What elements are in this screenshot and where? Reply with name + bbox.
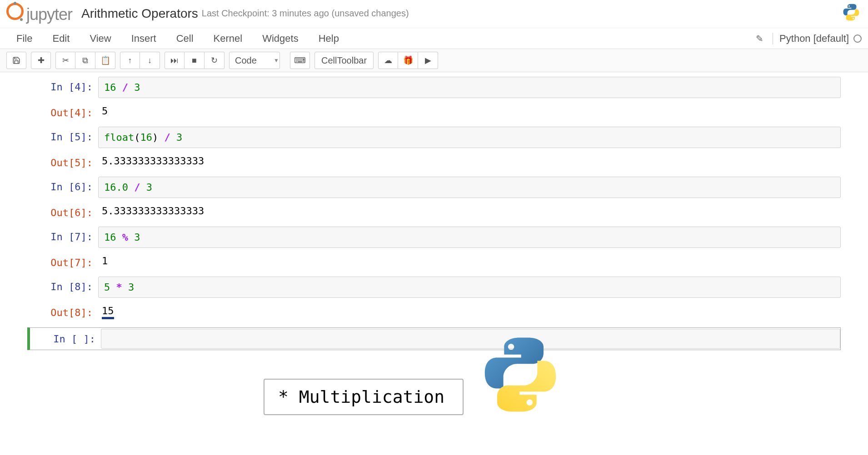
output-text: 5.333333333333333 [98, 203, 841, 218]
code-input[interactable]: 16 / 3 [98, 77, 841, 98]
output-text: 5 [98, 103, 841, 119]
menu-bar: File Edit View Insert Cell Kernel Widget… [0, 28, 868, 49]
run-button[interactable]: ⏭ [165, 52, 185, 69]
menu-kernel[interactable]: Kernel [204, 29, 253, 48]
menu-edit[interactable]: Edit [42, 29, 80, 48]
menu-cell[interactable]: Cell [166, 29, 204, 48]
in-prompt: In [5]: [27, 127, 98, 148]
output-row: Out[5]: 5.333333333333333 [27, 153, 841, 168]
code-cell[interactable]: In [5]: float(16) / 3 [27, 127, 841, 148]
cloud-upload-button[interactable]: ☁ [378, 52, 398, 69]
cell-toolbar-button[interactable]: CellToolbar [314, 52, 374, 69]
code-input[interactable]: 16.0 / 3 [98, 177, 841, 198]
in-prompt: In [8]: [27, 277, 98, 298]
checkpoint-status: Last Checkpoint: 3 minutes ago (unsaved … [202, 8, 409, 19]
out-prompt: Out[7]: [27, 252, 98, 268]
menu-insert[interactable]: Insert [121, 29, 166, 48]
code-cell[interactable]: In [4]: 16 / 3 [27, 77, 841, 98]
code-input[interactable]: float(16) / 3 [98, 127, 841, 148]
out-prompt: Out[4]: [27, 103, 98, 119]
output-row: Out[4]: 5 [27, 103, 841, 119]
jupyter-logo-text: jupyter [26, 5, 72, 24]
restart-button[interactable]: ↻ [205, 52, 224, 69]
stop-button[interactable]: ■ [185, 52, 205, 69]
output-row: Out[8]: 15 [27, 302, 841, 319]
output-text: 5.333333333333333 [98, 153, 841, 168]
out-prompt: Out[6]: [27, 203, 98, 218]
menu-help[interactable]: Help [309, 29, 349, 48]
gift-button[interactable]: 🎁 [398, 52, 418, 69]
cell-type-select[interactable]: Code [229, 52, 280, 69]
in-prompt: In [4]: [27, 77, 98, 98]
code-input[interactable]: 5 * 3 [98, 277, 841, 298]
python-logo-corner [843, 4, 860, 21]
code-cell[interactable]: In [6]: 16.0 / 3 [27, 177, 841, 198]
copy-button[interactable]: ⧉ [75, 52, 95, 69]
jupyter-logo[interactable]: jupyter [6, 3, 72, 24]
jupyter-logo-icon [6, 3, 24, 20]
menu-file[interactable]: File [6, 29, 42, 48]
notebook-area: In [4]: 16 / 3 Out[4]: 5 In [5]: float(1… [0, 77, 868, 373]
output-text: 15 [98, 302, 841, 319]
save-button[interactable] [6, 52, 26, 69]
out-prompt: Out[5]: [27, 153, 98, 168]
code-input[interactable]: 16 % 3 [98, 227, 841, 248]
toolbar: ✚ ✂ ⧉ 📋 ↑ ↓ ⏭ ■ ↻ Code ⌨ CellToolbar ☁ 🎁… [0, 49, 868, 72]
kernel-name-label: Python [default] [779, 33, 849, 45]
code-cell[interactable]: In [7]: 16 % 3 [27, 227, 841, 248]
in-prompt: In [7]: [27, 227, 98, 248]
cut-button[interactable]: ✂ [55, 52, 75, 69]
in-prompt-empty: In [ ]: [30, 329, 101, 349]
move-up-button[interactable]: ↑ [120, 52, 140, 69]
menu-view[interactable]: View [80, 29, 121, 48]
add-cell-button[interactable]: ✚ [31, 52, 51, 69]
python-logo-overlay-icon [482, 336, 559, 373]
move-down-button[interactable]: ↓ [140, 52, 160, 69]
output-row: Out[7]: 1 [27, 252, 841, 268]
code-input[interactable] [101, 329, 840, 349]
paste-button[interactable]: 📋 [95, 52, 115, 69]
pencil-edit-icon[interactable]: ✎ [749, 33, 770, 44]
out-prompt: Out[8]: [27, 302, 98, 319]
code-cell[interactable]: In [8]: 5 * 3 [27, 277, 841, 298]
in-prompt: In [6]: [27, 177, 98, 198]
kernel-indicator[interactable]: Python [default] [773, 33, 862, 45]
code-cell-selected[interactable]: In [ ]: [27, 327, 841, 350]
kernel-status-icon [853, 35, 862, 43]
output-text: 1 [98, 252, 841, 268]
menu-widgets[interactable]: Widgets [252, 29, 308, 48]
keyboard-button[interactable]: ⌨ [290, 52, 310, 69]
notebook-title[interactable]: Arithmetic Operators [81, 6, 198, 21]
output-row: Out[6]: 5.333333333333333 [27, 203, 841, 218]
play-button[interactable]: ▶ [418, 52, 438, 69]
